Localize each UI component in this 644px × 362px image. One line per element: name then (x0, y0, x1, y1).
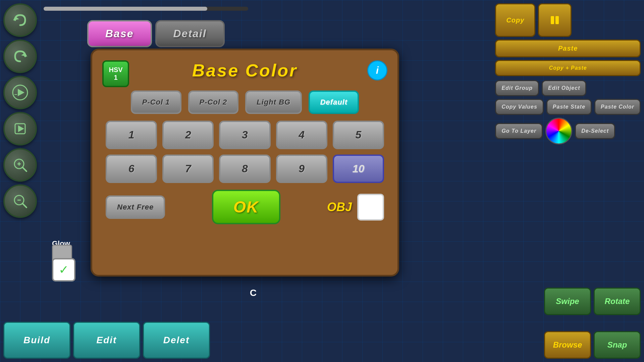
left-sidebar (3, 3, 37, 218)
zoom-in-button[interactable] (3, 148, 37, 182)
c-label: C (250, 288, 257, 298)
play-music-button[interactable] (3, 76, 37, 109)
svg-line-12 (22, 203, 26, 207)
rotate-button[interactable]: Rotate (594, 288, 641, 315)
zoom-out-button[interactable] (3, 184, 37, 218)
hsv-sublabel: 1 (114, 74, 117, 81)
ok-button[interactable]: OK (212, 190, 280, 224)
color-9-button[interactable]: 9 (276, 155, 327, 183)
hsv-button[interactable]: HSV 1 (102, 60, 129, 87)
info-icon: i (376, 65, 379, 76)
copy-values-button[interactable]: Copy Values (495, 99, 543, 115)
tab-detail[interactable]: Detail (155, 20, 225, 47)
paste-button[interactable]: Paste (495, 40, 641, 57)
tab-base[interactable]: Base (87, 20, 152, 47)
copy-button[interactable]: Copy (495, 3, 535, 37)
swipe-rotate-row: Swipe Rotate (544, 288, 641, 315)
svg-rect-14 (551, 16, 554, 24)
tab-bar: Base Detail (87, 20, 225, 47)
color-3-button[interactable]: 3 (219, 121, 270, 149)
svg-line-8 (22, 167, 26, 171)
color-8-button[interactable]: 8 (219, 155, 270, 183)
info-button[interactable]: i (367, 60, 387, 80)
obj-label: OBJ (327, 200, 352, 214)
svg-marker-3 (18, 89, 24, 96)
delete-mode-button[interactable]: Delet (143, 322, 210, 359)
color-wheel[interactable] (545, 118, 572, 144)
de-select-button[interactable]: De-Select (575, 123, 615, 139)
paste-color-button[interactable]: Paste Color (594, 99, 641, 115)
color-4-button[interactable]: 4 (276, 121, 327, 149)
color-presets: P-Col 1 P-Col 2 Light BG Default (102, 90, 387, 114)
right-sidebar: Copy Paste Copy + Paste Edit Group Edit … (495, 3, 641, 144)
edit-group-button[interactable]: Edit Group (495, 80, 539, 96)
color-modal: HSV 1 i Base Color P-Col 1 P-Col 2 Light… (91, 49, 399, 277)
color-5-button[interactable]: 5 (333, 121, 384, 149)
hsv-label: HSV (109, 66, 122, 74)
checkmark-button[interactable]: ✓ (52, 258, 75, 282)
edit-object-button[interactable]: Edit Object (542, 80, 586, 96)
paste-state-button[interactable]: Paste State (546, 99, 592, 115)
color-6-button[interactable]: 6 (106, 155, 157, 183)
undo-button[interactable] (3, 3, 37, 37)
default-button[interactable]: Default (309, 90, 359, 114)
edit-mode-button[interactable]: Edit (73, 322, 140, 359)
modal-bottom: Next Free OK OBJ (102, 190, 387, 224)
swipe-button[interactable]: Swipe (544, 288, 591, 315)
checkmark-icon: ✓ (59, 263, 69, 277)
test-button[interactable] (3, 112, 37, 145)
color-2-button[interactable]: 2 (162, 121, 214, 149)
progress-bar (44, 7, 248, 11)
obj-area: OBJ (327, 194, 384, 221)
obj-color-box[interactable] (357, 194, 384, 221)
progress-fill (44, 7, 207, 11)
bottom-bar: Build Edit Delet (0, 318, 644, 362)
next-free-button[interactable]: Next Free (106, 195, 165, 219)
build-mode-button[interactable]: Build (3, 322, 70, 359)
modal-title: Base Color (102, 60, 387, 80)
color-1-button[interactable]: 1 (106, 121, 157, 149)
pcol2-button[interactable]: P-Col 2 (188, 90, 239, 114)
copy-paste-button[interactable]: Copy + Paste (495, 60, 641, 76)
redo-button[interactable] (3, 40, 37, 73)
svg-rect-15 (555, 16, 559, 24)
go-to-layer-button[interactable]: Go To Layer (495, 123, 543, 139)
color-10-button[interactable]: 10 (333, 155, 384, 183)
number-grid: 1 2 3 4 5 6 7 8 9 10 (102, 121, 387, 183)
light-bg-button[interactable]: Light BG (245, 90, 302, 114)
pcol1-button[interactable]: P-Col 1 (131, 90, 181, 114)
svg-marker-6 (18, 125, 24, 132)
svg-rect-4 (14, 94, 17, 95)
pause-button[interactable] (538, 3, 572, 37)
color-7-button[interactable]: 7 (162, 155, 214, 183)
